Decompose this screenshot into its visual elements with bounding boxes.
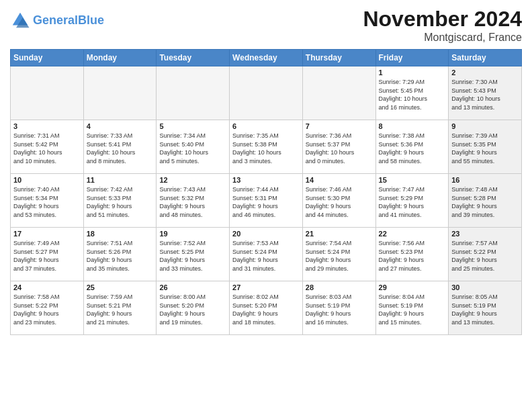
table-row: 27Sunrise: 8:02 AM Sunset: 5:20 PM Dayli…	[230, 281, 303, 335]
day-number: 5	[159, 122, 226, 130]
table-row: 26Sunrise: 8:00 AM Sunset: 5:20 PM Dayli…	[157, 281, 230, 335]
table-row: 8Sunrise: 7:38 AM Sunset: 5:36 PM Daylig…	[375, 120, 449, 174]
day-number: 8	[379, 122, 446, 130]
table-row: 9Sunrise: 7:39 AM Sunset: 5:35 PM Daylig…	[449, 120, 522, 174]
day-number: 4	[87, 122, 154, 130]
day-info: Sunrise: 7:33 AM Sunset: 5:41 PM Dayligh…	[87, 132, 154, 165]
day-number: 18	[87, 230, 154, 238]
table-row: 11Sunrise: 7:42 AM Sunset: 5:33 PM Dayli…	[83, 174, 157, 228]
table-row: 23Sunrise: 7:57 AM Sunset: 5:22 PM Dayli…	[449, 228, 522, 281]
day-number: 30	[451, 283, 519, 291]
table-row: 2Sunrise: 7:30 AM Sunset: 5:43 PM Daylig…	[449, 66, 522, 120]
day-info: Sunrise: 7:53 AM Sunset: 5:24 PM Dayligh…	[232, 239, 300, 273]
day-info: Sunrise: 7:43 AM Sunset: 5:32 PM Dayligh…	[159, 185, 226, 219]
table-row: 3Sunrise: 7:31 AM Sunset: 5:42 PM Daylig…	[11, 120, 84, 174]
table-row: 30Sunrise: 8:05 AM Sunset: 5:19 PM Dayli…	[449, 281, 522, 335]
table-row: 20Sunrise: 7:53 AM Sunset: 5:24 PM Dayli…	[230, 228, 303, 281]
table-row: 6Sunrise: 7:35 AM Sunset: 5:38 PM Daylig…	[230, 120, 303, 174]
day-number: 26	[159, 283, 226, 291]
month-title: November 2024	[363, 7, 522, 32]
day-info: Sunrise: 7:51 AM Sunset: 5:26 PM Dayligh…	[87, 239, 154, 273]
logo-icon	[10, 10, 30, 30]
day-number: 24	[13, 283, 81, 291]
table-row: 10Sunrise: 7:40 AM Sunset: 5:34 PM Dayli…	[11, 174, 84, 228]
day-info: Sunrise: 7:38 AM Sunset: 5:36 PM Dayligh…	[379, 132, 446, 165]
day-info: Sunrise: 7:44 AM Sunset: 5:31 PM Dayligh…	[232, 185, 300, 219]
day-info: Sunrise: 7:34 AM Sunset: 5:40 PM Dayligh…	[159, 132, 226, 165]
day-info: Sunrise: 7:54 AM Sunset: 5:24 PM Dayligh…	[306, 239, 373, 273]
table-row: 19Sunrise: 7:52 AM Sunset: 5:25 PM Dayli…	[157, 228, 230, 281]
logo-text: GeneralBlue	[33, 14, 104, 26]
table-row: 17Sunrise: 7:49 AM Sunset: 5:27 PM Dayli…	[11, 228, 84, 281]
col-friday: Friday	[375, 50, 449, 66]
day-info: Sunrise: 7:35 AM Sunset: 5:38 PM Dayligh…	[232, 132, 300, 165]
calendar-table: Sunday Monday Tuesday Wednesday Thursday…	[10, 49, 522, 335]
day-number: 11	[87, 176, 154, 184]
col-monday: Monday	[83, 50, 157, 66]
table-row: 28Sunrise: 8:03 AM Sunset: 5:19 PM Dayli…	[302, 281, 375, 335]
day-number: 22	[379, 230, 446, 238]
day-info: Sunrise: 7:52 AM Sunset: 5:25 PM Dayligh…	[159, 239, 226, 273]
table-row	[11, 66, 84, 120]
day-number: 23	[451, 230, 519, 238]
day-info: Sunrise: 7:29 AM Sunset: 5:45 PM Dayligh…	[379, 78, 446, 111]
col-sunday: Sunday	[11, 50, 84, 66]
calendar-week-row: 3Sunrise: 7:31 AM Sunset: 5:42 PM Daylig…	[11, 120, 522, 174]
col-saturday: Saturday	[449, 50, 522, 66]
table-row: 22Sunrise: 7:56 AM Sunset: 5:23 PM Dayli…	[375, 228, 449, 281]
day-number: 7	[306, 122, 373, 130]
table-row: 5Sunrise: 7:34 AM Sunset: 5:40 PM Daylig…	[157, 120, 230, 174]
day-info: Sunrise: 7:40 AM Sunset: 5:34 PM Dayligh…	[13, 185, 81, 219]
day-number: 12	[159, 176, 226, 184]
day-info: Sunrise: 7:56 AM Sunset: 5:23 PM Dayligh…	[379, 239, 446, 273]
table-row: 13Sunrise: 7:44 AM Sunset: 5:31 PM Dayli…	[230, 174, 303, 228]
table-row: 29Sunrise: 8:04 AM Sunset: 5:19 PM Dayli…	[375, 281, 449, 335]
day-info: Sunrise: 8:03 AM Sunset: 5:19 PM Dayligh…	[306, 293, 373, 326]
day-number: 15	[379, 176, 446, 184]
table-row: 25Sunrise: 7:59 AM Sunset: 5:21 PM Dayli…	[83, 281, 157, 335]
table-row: 7Sunrise: 7:36 AM Sunset: 5:37 PM Daylig…	[302, 120, 375, 174]
table-row: 21Sunrise: 7:54 AM Sunset: 5:24 PM Dayli…	[302, 228, 375, 281]
page-container: GeneralBlue November 2024 Montgiscard, F…	[0, 0, 532, 411]
calendar-week-row: 24Sunrise: 7:58 AM Sunset: 5:22 PM Dayli…	[11, 281, 522, 335]
day-number: 6	[232, 122, 300, 130]
day-number: 19	[159, 230, 226, 238]
table-row: 24Sunrise: 7:58 AM Sunset: 5:22 PM Dayli…	[11, 281, 84, 335]
table-row	[157, 66, 230, 120]
day-info: Sunrise: 7:39 AM Sunset: 5:35 PM Dayligh…	[451, 132, 519, 165]
day-number: 29	[379, 283, 446, 291]
col-wednesday: Wednesday	[230, 50, 303, 66]
day-info: Sunrise: 7:47 AM Sunset: 5:29 PM Dayligh…	[379, 185, 446, 219]
table-row	[302, 66, 375, 120]
day-number: 9	[451, 122, 519, 130]
col-tuesday: Tuesday	[157, 50, 230, 66]
table-row: 1Sunrise: 7:29 AM Sunset: 5:45 PM Daylig…	[375, 66, 449, 120]
day-info: Sunrise: 7:57 AM Sunset: 5:22 PM Dayligh…	[451, 239, 519, 273]
day-info: Sunrise: 7:31 AM Sunset: 5:42 PM Dayligh…	[13, 132, 81, 165]
day-info: Sunrise: 7:49 AM Sunset: 5:27 PM Dayligh…	[13, 239, 81, 273]
day-info: Sunrise: 7:58 AM Sunset: 5:22 PM Dayligh…	[13, 293, 81, 326]
day-number: 14	[306, 176, 373, 184]
calendar-week-row: 17Sunrise: 7:49 AM Sunset: 5:27 PM Dayli…	[11, 228, 522, 281]
day-number: 2	[451, 68, 519, 77]
day-info: Sunrise: 7:36 AM Sunset: 5:37 PM Dayligh…	[306, 132, 373, 165]
day-number: 16	[451, 176, 519, 184]
day-info: Sunrise: 7:42 AM Sunset: 5:33 PM Dayligh…	[87, 185, 154, 219]
day-number: 17	[13, 230, 81, 238]
location-title: Montgiscard, France	[363, 32, 522, 44]
table-row: 4Sunrise: 7:33 AM Sunset: 5:41 PM Daylig…	[83, 120, 157, 174]
table-row	[230, 66, 303, 120]
day-number: 3	[13, 122, 81, 130]
calendar-week-row: 10Sunrise: 7:40 AM Sunset: 5:34 PM Dayli…	[11, 174, 522, 228]
table-row	[83, 66, 157, 120]
table-row: 16Sunrise: 7:48 AM Sunset: 5:28 PM Dayli…	[449, 174, 522, 228]
day-info: Sunrise: 7:59 AM Sunset: 5:21 PM Dayligh…	[87, 293, 154, 326]
day-number: 25	[87, 283, 154, 291]
table-row: 15Sunrise: 7:47 AM Sunset: 5:29 PM Dayli…	[375, 174, 449, 228]
day-number: 10	[13, 176, 81, 184]
day-number: 20	[232, 230, 300, 238]
logo-general: General	[33, 13, 78, 27]
day-info: Sunrise: 7:48 AM Sunset: 5:28 PM Dayligh…	[451, 185, 519, 219]
page-header: GeneralBlue November 2024 Montgiscard, F…	[10, 7, 522, 44]
day-number: 13	[232, 176, 300, 184]
